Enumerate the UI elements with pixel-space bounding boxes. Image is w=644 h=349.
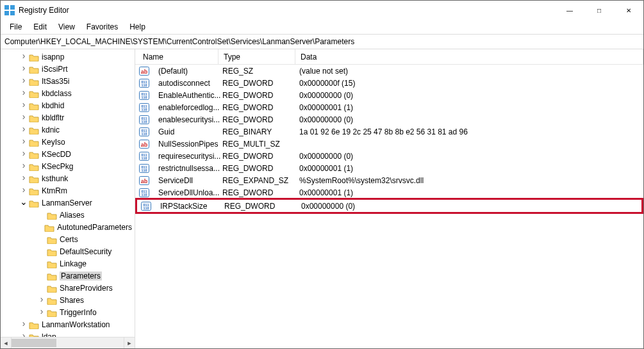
chevron-right-icon[interactable]: ›	[20, 184, 28, 195]
tree-item[interactable]: Parameters	[1, 270, 135, 282]
scroll-track[interactable]	[12, 337, 124, 348]
tree-item[interactable]: ›Shares	[1, 294, 135, 306]
tree-item-label: kdnic	[42, 126, 60, 134]
value-name: (Default)	[153, 67, 222, 76]
tree-item[interactable]: DefaultSecurity	[1, 245, 135, 257]
string-value-icon	[139, 66, 149, 76]
tree-item[interactable]: ⌄LanmanServer	[1, 197, 135, 209]
tree-item-label: Parameters	[60, 272, 102, 280]
window-title: Registry Editor	[19, 6, 555, 15]
value-type: REG_DWORD	[222, 91, 299, 100]
chevron-right-icon[interactable]: ›	[20, 87, 28, 97]
tree-item[interactable]: AutotunedParameters	[1, 221, 135, 233]
tree-item[interactable]: ›isapnp	[1, 51, 135, 63]
tree-item-label: iScsiPrt	[42, 65, 68, 74]
column-name[interactable]: Name	[135, 49, 219, 64]
value-row[interactable]: ServiceDllUnloa...REG_DWORD0x00000001 (1…	[135, 186, 643, 199]
binary-value-icon	[139, 115, 149, 125]
tree-item[interactable]: ›kbdclass	[1, 87, 135, 99]
chevron-right-icon[interactable]: ›	[20, 318, 28, 329]
chevron-right-icon[interactable]: ›	[20, 111, 28, 122]
tree-item[interactable]: ›ItSas35i	[1, 75, 135, 87]
folder-icon	[29, 53, 39, 61]
tree-item[interactable]: ›KSecDD	[1, 148, 135, 160]
tree-item[interactable]: ›LanmanWorkstation	[1, 318, 135, 330]
value-row[interactable]: requiresecuritysi...REG_DWORD0x00000000 …	[135, 150, 643, 162]
chevron-right-icon[interactable]: ›	[20, 51, 28, 61]
scroll-left-button[interactable]: ◄	[1, 337, 12, 348]
tree-item[interactable]: ›kbdhid	[1, 99, 135, 111]
folder-icon	[47, 308, 57, 317]
chevron-right-icon[interactable]: ›	[20, 148, 28, 158]
tree-item-label: TriggerInfo	[60, 308, 97, 317]
chevron-right-icon[interactable]: ›	[20, 124, 28, 134]
value-type: REG_EXPAND_SZ	[222, 176, 299, 185]
tree-item[interactable]: ›TriggerInfo	[1, 306, 135, 318]
tree-item[interactable]: ›kdnic	[1, 124, 135, 136]
scroll-thumb[interactable]	[12, 339, 56, 347]
chevron-right-icon[interactable]: ›	[38, 294, 45, 304]
menu-file[interactable]: File	[4, 21, 27, 33]
chevron-right-icon[interactable]: ›	[20, 75, 28, 85]
folder-icon	[29, 126, 39, 134]
value-data: 0x00000001 (1)	[299, 164, 643, 173]
folder-icon	[29, 199, 39, 207]
chevron-right-icon[interactable]: ›	[20, 136, 28, 146]
column-headers: Name Type Data	[135, 49, 643, 65]
value-row[interactable]: IRPStackSizeREG_DWORD0x00000000 (0)	[135, 198, 643, 214]
value-row[interactable]: autodisconnectREG_DWORD0x0000000f (15)	[135, 77, 643, 89]
tree-item[interactable]: Aliases	[1, 209, 135, 221]
value-row[interactable]: ServiceDllREG_EXPAND_SZ%SystemRoot%\syst…	[135, 174, 643, 186]
value-row[interactable]: EnableAuthentic...REG_DWORD0x00000000 (0…	[135, 89, 643, 101]
chevron-right-icon[interactable]: ›	[38, 306, 45, 316]
tree-item[interactable]: ›ksthunk	[1, 172, 135, 184]
tree-item[interactable]: ›kbldfltr	[1, 111, 135, 124]
chevron-down-icon[interactable]: ⌄	[20, 197, 28, 207]
value-data: 0x00000000 (0)	[301, 202, 641, 211]
tree-item[interactable]: ›iScsiPrt	[1, 63, 135, 75]
chevron-right-icon[interactable]: ›	[20, 172, 28, 183]
key-tree[interactable]: ›isapnp›iScsiPrt›ItSas35i›kbdclass›kbdhi…	[1, 49, 135, 337]
close-button[interactable]: ✕	[614, 1, 643, 20]
folder-icon	[47, 259, 57, 268]
menu-help[interactable]: Help	[124, 21, 151, 33]
value-row[interactable]: GuidREG_BINARY1a 01 92 6e 19 2c 25 47 8b…	[135, 126, 643, 138]
values-list[interactable]: (Default)REG_SZ(value not set)autodiscon…	[135, 65, 643, 348]
chevron-right-icon[interactable]: ›	[20, 330, 28, 337]
menu-edit[interactable]: Edit	[28, 21, 52, 33]
tree-item[interactable]: ›KSecPkg	[1, 160, 135, 172]
address-path: Computer\HKEY_LOCAL_MACHINE\SYSTEM\Curre…	[4, 37, 354, 46]
maximize-button[interactable]: □	[584, 1, 614, 20]
scroll-right-button[interactable]: ►	[124, 337, 135, 348]
tree-item-label: LanmanWorkstation	[42, 320, 110, 329]
menu-favorites[interactable]: Favorites	[81, 21, 123, 33]
binary-value-icon	[141, 201, 151, 211]
value-row[interactable]: (Default)REG_SZ(value not set)	[135, 65, 643, 77]
tree-item-label: kbdclass	[42, 89, 72, 98]
folder-icon	[29, 89, 39, 98]
value-type: REG_DWORD	[222, 103, 299, 112]
minimize-button[interactable]: —	[555, 1, 584, 20]
binary-value-icon	[139, 188, 149, 198]
column-data[interactable]: Data	[295, 49, 643, 64]
column-type[interactable]: Type	[219, 49, 295, 64]
value-row[interactable]: NullSessionPipesREG_MULTI_SZ	[135, 138, 643, 150]
tree-horizontal-scrollbar[interactable]: ◄ ►	[1, 337, 135, 348]
value-row[interactable]: restrictnullsessa...REG_DWORD0x00000001 …	[135, 162, 643, 174]
tree-item[interactable]: Linkage	[1, 257, 135, 270]
menubar: File Edit View Favorites Help	[1, 20, 643, 34]
tree-item[interactable]: ShareProviders	[1, 282, 135, 294]
tree-item[interactable]: ›ldap	[1, 330, 135, 337]
tree-item[interactable]: ›KeyIso	[1, 136, 135, 148]
folder-icon	[47, 272, 57, 280]
menu-view[interactable]: View	[53, 21, 80, 33]
chevron-right-icon[interactable]: ›	[20, 160, 28, 170]
value-row[interactable]: enablesecuritysi...REG_DWORD0x00000000 (…	[135, 113, 643, 126]
address-bar[interactable]: Computer\HKEY_LOCAL_MACHINE\SYSTEM\Curre…	[1, 34, 643, 49]
value-row[interactable]: enableforcedlog...REG_DWORD0x00000001 (1…	[135, 101, 643, 113]
chevron-right-icon[interactable]: ›	[20, 99, 28, 110]
tree-item[interactable]: Certs	[1, 233, 135, 245]
tree-item[interactable]: ›KtmRm	[1, 184, 135, 197]
chevron-right-icon[interactable]: ›	[20, 63, 28, 73]
value-data: 0x00000000 (0)	[299, 152, 643, 161]
